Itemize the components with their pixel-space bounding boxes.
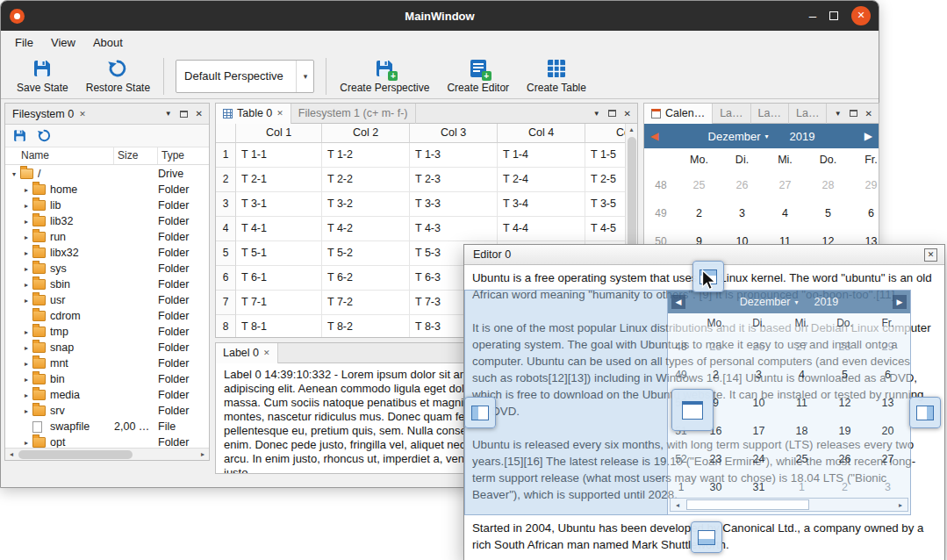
table-cell[interactable]: T 4-1: [236, 217, 322, 241]
expand-icon[interactable]: ▸: [21, 233, 32, 241]
expand-icon[interactable]: ▸: [21, 202, 32, 210]
table-cell[interactable]: T 3-4: [498, 192, 585, 217]
table-cell[interactable]: T 1-1: [236, 143, 322, 168]
calendar-day[interactable]: 28: [807, 179, 850, 191]
window-titlebar[interactable]: MainWindow – ✕: [1, 1, 879, 31]
tabs-menu-icon[interactable]: ▼: [593, 110, 600, 118]
expand-icon[interactable]: ▸: [21, 265, 32, 273]
row-header[interactable]: 1: [216, 143, 236, 168]
table-cell[interactable]: T 6-2: [322, 266, 410, 291]
expand-icon[interactable]: ▸: [21, 281, 32, 289]
table-cell[interactable]: T 3-3: [410, 192, 498, 217]
restore-state-button[interactable]: Restore State: [77, 58, 159, 94]
fs-row[interactable]: ▸mediaFolder: [5, 387, 209, 403]
table-cell[interactable]: T 1-3: [410, 143, 498, 168]
fs-row[interactable]: ▸usrFolder: [5, 292, 209, 308]
column-header[interactable]: Col 4: [498, 124, 585, 143]
fs-row[interactable]: ▸libx32Folder: [5, 245, 209, 261]
fs-row[interactable]: ▸libFolder: [5, 197, 209, 213]
calendar-day[interactable]: 29: [850, 179, 879, 191]
scroll-left-icon[interactable]: ◂: [5, 449, 18, 460]
fs-row[interactable]: ▸runFolder: [5, 229, 209, 245]
expand-icon[interactable]: ▸: [21, 391, 32, 399]
table-cell[interactable]: T 6-1: [236, 266, 322, 291]
expand-icon[interactable]: ▸: [21, 439, 32, 447]
fs-row[interactable]: swapfile2,00 …File: [5, 419, 209, 434]
column-header[interactable]: Col 1: [236, 124, 322, 143]
restore-icon[interactable]: [37, 128, 52, 143]
column-header-type[interactable]: Type: [158, 147, 209, 164]
tab-close-icon[interactable]: ✕: [79, 110, 86, 118]
row-header[interactable]: 2: [216, 168, 236, 192]
table-cell[interactable]: T 2-4: [498, 168, 585, 192]
create-table-button[interactable]: Create Table: [518, 58, 595, 94]
table-cell[interactable]: T 7-1: [236, 291, 322, 315]
expand-icon[interactable]: ▸: [21, 186, 32, 194]
expand-icon[interactable]: ▸: [21, 297, 32, 305]
panel-close-icon[interactable]: ✕: [196, 109, 203, 118]
fs-row[interactable]: ▸optFolder: [5, 434, 209, 448]
tab-label-1[interactable]: La…: [713, 104, 750, 124]
column-header[interactable]: Col 2: [322, 124, 410, 143]
panel-close-icon[interactable]: ✕: [624, 109, 631, 118]
row-header[interactable]: 3: [216, 192, 236, 217]
calendar-day[interactable]: 2: [678, 207, 721, 219]
expand-icon[interactable]: ▸: [21, 344, 32, 352]
table-cell[interactable]: T 8-1: [236, 315, 322, 337]
tab-close-icon[interactable]: ✕: [276, 109, 283, 118]
float-icon[interactable]: [850, 110, 857, 117]
expand-icon[interactable]: ▸: [21, 360, 32, 368]
menu-file[interactable]: File: [6, 33, 42, 52]
fs-row[interactable]: ▸tmpFolder: [5, 324, 209, 340]
tab-filesystem-1[interactable]: Filesystem 1 (c+ m- f-): [291, 104, 416, 124]
expand-icon[interactable]: ▸: [21, 376, 32, 384]
perspective-combobox[interactable]: Default Perspective ▾: [176, 60, 314, 93]
dock-indicator-left[interactable]: [464, 397, 496, 428]
collapse-icon[interactable]: ▾: [9, 170, 19, 178]
menu-about[interactable]: About: [84, 33, 132, 52]
dock-indicator-right[interactable]: [909, 397, 941, 428]
table-cell[interactable]: T 8-2: [322, 315, 410, 337]
table-cell[interactable]: T 3-2: [322, 192, 410, 217]
tab-calendar[interactable]: Calen…: [644, 104, 713, 124]
previous-month-icon[interactable]: ◀: [650, 130, 658, 142]
tab-table-0[interactable]: Table 0 ✕: [216, 104, 291, 124]
tab-label-0[interactable]: Label 0 ✕: [216, 343, 278, 363]
table-cell[interactable]: T 5-1: [236, 241, 322, 266]
tab-label-2[interactable]: La…: [751, 104, 789, 124]
fs-row[interactable]: ▸lib32Folder: [5, 213, 209, 229]
table-cell[interactable]: T 1-2: [322, 143, 410, 168]
table-cell[interactable]: T 1-4: [498, 143, 585, 168]
table-cell[interactable]: T 7-2: [322, 291, 410, 315]
table-cell[interactable]: T 4-4: [498, 217, 585, 241]
float-icon[interactable]: [608, 110, 616, 117]
calendar-day[interactable]: 3: [721, 207, 764, 219]
row-header[interactable]: 4: [216, 217, 236, 241]
save-state-button[interactable]: Save State: [8, 58, 77, 94]
fs-row[interactable]: ▸sbinFolder: [5, 276, 209, 292]
tabs-menu-icon[interactable]: ▼: [165, 110, 172, 118]
save-icon[interactable]: [12, 128, 27, 143]
expand-icon[interactable]: ▸: [21, 328, 32, 336]
fs-row[interactable]: ▸srvFolder: [5, 403, 209, 419]
tab-label-3[interactable]: La…: [789, 104, 827, 124]
calendar-day[interactable]: 6: [850, 207, 879, 219]
calendar-day[interactable]: 27: [764, 179, 807, 191]
calendar-day[interactable]: 4: [764, 207, 807, 219]
filesystem-panel-titlebar[interactable]: Filesystem 0 ✕ ▼ ✕: [5, 104, 209, 125]
scroll-right-icon[interactable]: ▸: [197, 449, 209, 460]
row-header[interactable]: 7: [216, 291, 236, 315]
fs-row[interactable]: ▸mntFolder: [5, 355, 209, 371]
column-header-name[interactable]: Name: [5, 147, 114, 164]
tab-close-icon[interactable]: ✕: [263, 348, 270, 357]
expand-icon[interactable]: ▸: [21, 407, 32, 415]
create-perspective-button[interactable]: Create Perspective: [331, 58, 438, 94]
calendar-day[interactable]: 26: [721, 179, 764, 191]
menu-view[interactable]: View: [42, 33, 84, 52]
expand-icon[interactable]: ▸: [21, 249, 32, 257]
dock-indicator-bottom[interactable]: [691, 521, 722, 553]
table-cell[interactable]: T 2-2: [322, 168, 410, 192]
float-icon[interactable]: [180, 111, 188, 118]
minimize-button[interactable]: –: [809, 11, 816, 21]
fs-row[interactable]: cdromFolder: [5, 308, 209, 324]
